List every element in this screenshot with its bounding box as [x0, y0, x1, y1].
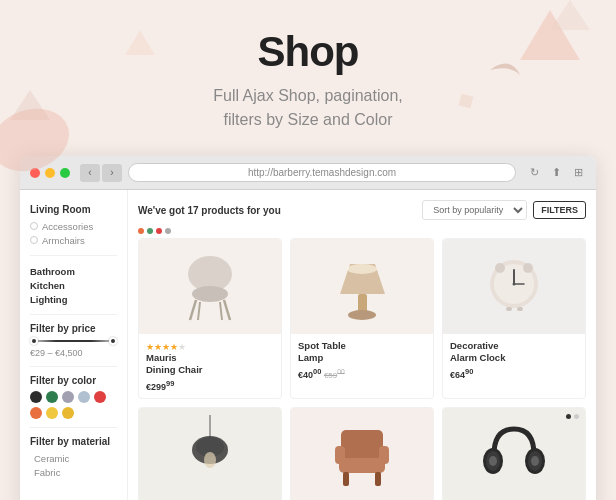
- svg-point-20: [495, 263, 505, 273]
- dot-2: [147, 228, 153, 234]
- sidebar-item-kitchen[interactable]: Kitchen: [30, 278, 117, 292]
- color-black[interactable]: [30, 391, 42, 403]
- page-subtitle: Full Ajax Shop, pagination,filters by Si…: [20, 84, 596, 132]
- maximize-button[interactable]: [60, 168, 70, 178]
- svg-line-8: [190, 300, 196, 320]
- clock-image: [482, 252, 547, 322]
- back-button[interactable]: ‹: [80, 164, 100, 182]
- page-title: Shop: [20, 28, 596, 76]
- lamp-image: [330, 249, 395, 324]
- main-content: We've got 17 products for you Sort by po…: [128, 190, 596, 500]
- sidebar-item-bathroom[interactable]: Bathroom: [30, 264, 117, 278]
- product-stars-1: ★★★★★: [146, 342, 274, 352]
- dot-1: [138, 228, 144, 234]
- product-image-6: [443, 408, 585, 500]
- divider2: [30, 314, 117, 315]
- color-filter: [30, 391, 117, 419]
- dot-3: [156, 228, 162, 234]
- product-blown-lamp[interactable]: -8% CommodoBlown Lamp: [138, 407, 282, 500]
- svg-point-7: [192, 286, 228, 302]
- material-ceramic[interactable]: Ceramic: [30, 451, 117, 465]
- color-blue-gray[interactable]: [78, 391, 90, 403]
- product-mauris-chair[interactable]: ★★★★★ MaurisDining Chair €29999: [138, 238, 282, 399]
- product-name-2: Spot TableLamp: [298, 340, 426, 365]
- product-alarm-clock[interactable]: New: [442, 238, 586, 399]
- product-image-5: [291, 408, 433, 500]
- svg-rect-31: [379, 446, 389, 464]
- product-name-3: DecorativeAlarm Clock: [450, 340, 578, 365]
- category-title: Living Room: [30, 204, 117, 215]
- product-price-1: €29999: [146, 379, 274, 392]
- browser-actions: ↻ ⬆ ⊞: [526, 165, 586, 181]
- svg-point-38: [489, 456, 497, 466]
- dot-4: [165, 228, 171, 234]
- svg-line-10: [198, 302, 200, 320]
- divider: [30, 255, 117, 256]
- nav-buttons: ‹ ›: [80, 164, 122, 182]
- color-scroll-dots: [138, 228, 586, 234]
- products-header: We've got 17 products for you Sort by po…: [138, 200, 586, 220]
- divider4: [30, 427, 117, 428]
- material-title: Filter by material: [30, 436, 117, 447]
- share-icon[interactable]: ⬆: [548, 165, 564, 181]
- product-name-1: MaurisDining Chair: [146, 352, 274, 377]
- sidebar-item-armchairs[interactable]: Armchairs: [30, 233, 117, 247]
- minimize-button[interactable]: [45, 168, 55, 178]
- product-info-3: DecorativeAlarm Clock €6490: [443, 334, 585, 386]
- forward-button[interactable]: ›: [102, 164, 122, 182]
- sidebar-item-accessories[interactable]: Accessories: [30, 219, 117, 233]
- product-info-1: ★★★★★ MaurisDining Chair €29999: [139, 334, 281, 398]
- product-price-2: €4000 €5900: [298, 367, 426, 380]
- filter-button[interactable]: FILTERS: [533, 201, 586, 219]
- price-filter: Filter by price €29 – €4,500: [30, 323, 117, 358]
- product-headphones[interactable]: ★★★★★ LiberoHeadphones €49900: [442, 407, 586, 500]
- close-button[interactable]: [30, 168, 40, 178]
- svg-point-14: [347, 264, 377, 274]
- url-bar[interactable]: http://barberry.temashdesign.com: [128, 163, 516, 182]
- chair-image: [178, 252, 243, 322]
- color-orange[interactable]: [30, 407, 42, 419]
- svg-rect-32: [343, 472, 349, 486]
- svg-rect-23: [517, 307, 523, 311]
- svg-line-9: [224, 300, 230, 320]
- material-fabric[interactable]: Fabric: [30, 465, 117, 479]
- svg-rect-22: [506, 307, 512, 311]
- svg-rect-29: [341, 430, 383, 458]
- window-controls: [30, 168, 70, 178]
- color-red[interactable]: [94, 391, 106, 403]
- svg-point-27: [204, 452, 216, 468]
- armchair-image: [327, 418, 397, 493]
- product-armchair[interactable]: Fusce PortaArmchair €3,35000: [290, 407, 434, 500]
- color-yellow[interactable]: [46, 407, 58, 419]
- color-gold[interactable]: [62, 407, 74, 419]
- svg-line-11: [220, 302, 222, 320]
- color-title: Filter by color: [30, 375, 117, 386]
- color-gray[interactable]: [62, 391, 74, 403]
- refresh-icon[interactable]: ↻: [526, 165, 542, 181]
- radio-armchairs: [30, 236, 38, 244]
- products-count: We've got 17 products for you: [138, 205, 281, 216]
- product-image-3: [443, 239, 585, 334]
- color-green[interactable]: [46, 391, 58, 403]
- browser-toolbar: ‹ › http://barberry.temashdesign.com ↻ ⬆…: [20, 156, 596, 190]
- radio-accessories: [30, 222, 38, 230]
- price-slider[interactable]: [30, 340, 117, 342]
- bookmark-icon[interactable]: ⊞: [570, 165, 586, 181]
- price-title: Filter by price: [30, 323, 117, 334]
- browser-mockup: ‹ › http://barberry.temashdesign.com ↻ ⬆…: [20, 156, 596, 500]
- product-dots: [566, 414, 579, 419]
- products-grid: ★★★★★ MaurisDining Chair €29999: [138, 238, 586, 500]
- sort-controls: Sort by popularity FILTERS: [422, 200, 586, 220]
- product-image-4: [139, 408, 281, 500]
- svg-rect-33: [375, 472, 381, 486]
- shop-layout: Living Room Accessories Armchairs Bathro…: [20, 190, 596, 500]
- svg-point-13: [348, 310, 376, 320]
- product-price-3: €6490: [450, 367, 578, 380]
- product-image-2: [291, 239, 433, 334]
- sidebar-item-lighting[interactable]: Lighting: [30, 292, 117, 306]
- product-info-2: Spot TableLamp €4000 €5900: [291, 334, 433, 386]
- svg-point-21: [523, 263, 533, 273]
- product-spot-lamp[interactable]: Spot TableLamp €4000 €5900: [290, 238, 434, 399]
- pendant-lamp-image: [183, 415, 238, 495]
- sort-select[interactable]: Sort by popularity: [422, 200, 527, 220]
